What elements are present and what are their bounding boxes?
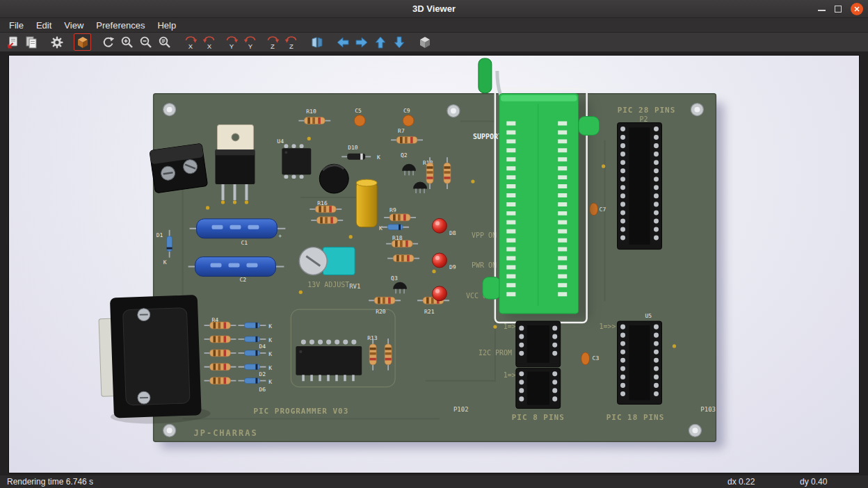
rotate-x-cw-icon: X [183, 35, 198, 50]
arrow-up-icon [373, 35, 387, 49]
svg-text:U5: U5 [645, 313, 652, 319]
flip-board-button[interactable] [308, 33, 326, 51]
rotate-x-cw-button[interactable]: X [182, 33, 199, 51]
dip28-socket-p2 [618, 123, 662, 250]
svg-text:D2: D2 [259, 371, 266, 377]
render-cube-icon [76, 35, 90, 49]
led-d8 [433, 218, 447, 233]
arrow-left-icon [336, 35, 350, 49]
move-up-button[interactable] [371, 33, 389, 51]
mounting-hole [447, 105, 460, 117]
export-image-button[interactable] [3, 33, 21, 51]
mounting-hole [691, 104, 703, 116]
zoom-in-button[interactable] [118, 33, 136, 51]
rotate-z-cw-button[interactable]: Z [264, 33, 281, 51]
svg-text:R18: R18 [392, 235, 403, 241]
yellow-capacitor [356, 179, 377, 227]
close-icon[interactable] [851, 3, 863, 15]
rendering-time-status: Rendering time 6.746 s [7, 477, 728, 487]
titlebar[interactable]: 3D Viewer [0, 0, 868, 18]
move-left-button[interactable] [334, 33, 351, 51]
svg-text:D6: D6 [259, 387, 266, 393]
maximize-icon[interactable] [835, 6, 842, 13]
move-right-button[interactable] [353, 33, 370, 51]
move-down-button[interactable] [390, 33, 408, 51]
menu-help[interactable]: Help [151, 19, 182, 31]
silk-author: JP-CHARRAS [194, 428, 258, 438]
statusbar: Rendering time 6.746 s dx 0.22 dy 0.40 [0, 475, 868, 488]
mounting-hole [163, 104, 176, 116]
round-capacitor [319, 164, 348, 193]
copy-image-button[interactable] [22, 33, 40, 51]
rotate-x-ccw-icon: X [202, 35, 217, 50]
mounting-hole [689, 424, 701, 437]
dip8-ic-u4 [282, 146, 311, 177]
arrow-right-icon [355, 35, 369, 49]
silk-pic28: PIC 28 PINS [618, 106, 676, 115]
axial-capacitor-c2 [188, 257, 284, 277]
dx-readout: dx 0.22 [728, 477, 800, 487]
db9-connector [98, 295, 211, 425]
rotate-x-ccw-button[interactable]: X [200, 33, 218, 51]
axis-z-label: Z [289, 42, 294, 49]
svg-text:K: K [377, 154, 380, 161]
rotate-y-cw-icon: Y [224, 35, 239, 50]
raytracing-toggle-button[interactable] [74, 33, 91, 51]
menu-edit[interactable]: Edit [30, 19, 58, 31]
zoom-fit-button[interactable] [156, 33, 173, 51]
silk-p103: P103 [700, 406, 716, 413]
reload-button[interactable] [99, 33, 117, 51]
dip14-ic [296, 342, 362, 378]
silk-support: SUPPORT [473, 133, 502, 140]
disc-capacitor-c5 [354, 115, 365, 127]
ortho-cube-icon [418, 35, 432, 49]
dip8-socket-lower [516, 368, 561, 409]
svg-text:D10: D10 [348, 145, 358, 151]
viewport-frame: PIC 28 PINS P2 SUPPORT VPP ON PWR ON VCC… [0, 51, 868, 475]
arrow-down-icon [392, 35, 406, 49]
svg-text:D9: D9 [449, 264, 456, 270]
silk-pin1: 1=>> [600, 323, 616, 330]
pcb-3d-view[interactable]: PIC 28 PINS P2 SUPPORT VPP ON PWR ON VCC… [8, 55, 860, 473]
svg-text:K: K [268, 323, 272, 330]
zoom-out-button[interactable] [137, 33, 154, 51]
rotate-y-ccw-button[interactable]: Y [241, 33, 259, 51]
svg-text:D4: D4 [259, 343, 266, 350]
silk-i2c-prom: I2C PROM [479, 349, 512, 357]
svg-text:C9: C9 [403, 108, 410, 114]
rotate-y-cw-button[interactable]: Y [223, 33, 240, 51]
svg-text:Q3: Q3 [391, 275, 398, 282]
disc-capacitor-c9 [403, 115, 414, 127]
export-image-icon [6, 35, 19, 49]
dip8-socket-upper [516, 321, 561, 367]
zoom-in-icon [120, 35, 134, 49]
trimmer-rv1 [299, 247, 355, 275]
svg-text:C1: C1 [241, 240, 248, 246]
menu-file[interactable]: File [3, 19, 30, 31]
reload-icon [102, 35, 115, 49]
svg-text:K: K [268, 337, 272, 343]
rotate-z-ccw-button[interactable]: Z [282, 33, 300, 51]
led-d9 [433, 253, 447, 268]
axis-x-label: X [207, 42, 211, 49]
flip-board-icon [310, 35, 324, 49]
zoom-out-icon [139, 35, 153, 49]
dip18-socket-u5 [618, 321, 662, 404]
menu-view[interactable]: View [58, 19, 90, 31]
copy-icon [24, 35, 38, 49]
svg-text:R20: R20 [376, 309, 386, 315]
axis-y-label: Y [248, 42, 252, 49]
silk-board-title: PIC PROGRAMMER V03 [253, 407, 348, 416]
svg-text:R16: R16 [317, 200, 328, 206]
svg-text:K: K [268, 365, 272, 371]
orthographic-view-button[interactable] [416, 33, 433, 51]
gear-icon [50, 35, 64, 49]
silk-vpp-on: VPP ON [472, 231, 497, 239]
menubar: File Edit View Preferences Help [0, 18, 868, 33]
menu-preferences[interactable]: Preferences [90, 19, 151, 31]
rotate-z-cw-icon: Z [265, 35, 280, 50]
axis-z-label: Z [271, 42, 275, 49]
settings-button[interactable] [48, 33, 65, 51]
minimize-icon[interactable] [818, 10, 826, 11]
screw-terminal-block [150, 143, 208, 193]
